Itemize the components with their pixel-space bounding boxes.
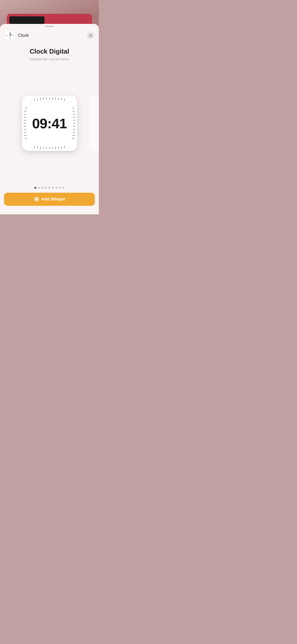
plus-svg [35,197,38,201]
dot-3 [41,187,43,189]
dot-7 [56,187,57,189]
clock-time-display: 09:41 [32,115,67,132]
widget-sheet: 12 3 6 9 Clock Clock D [0,24,99,214]
add-widget-button[interactable]: Add Widget [4,193,95,206]
app-icon: 12 3 6 9 [5,30,16,41]
dot-6 [52,187,54,189]
svg-text:6: 6 [10,38,10,39]
widget-preview-area: 09:41 [0,63,99,183]
homescreen-notch [9,16,45,24]
widget-card: 09:41 [22,96,77,151]
dot-9 [63,187,64,189]
page-dots [0,183,99,193]
dot-1 [34,187,36,189]
sheet-header: 12 3 6 9 Clock [0,27,99,43]
add-widget-label: Add Widget [41,197,65,202]
svg-point-13 [10,35,11,36]
svg-text:12: 12 [10,32,11,33]
widget-subtitle: Display the current time. [5,57,94,61]
close-button[interactable] [87,32,94,39]
dot-5 [49,187,50,189]
widget-title-section: Clock Digital Display the current time. [0,43,99,63]
widget-title: Clock Digital [5,48,94,55]
svg-text:9: 9 [7,35,7,36]
dot-8 [59,187,61,189]
app-info: 12 3 6 9 Clock [5,30,29,41]
dot-2 [38,187,40,189]
app-name-label: Clock [18,33,29,38]
clock-app-icon-svg: 12 3 6 9 [5,31,15,40]
close-icon [89,34,92,37]
dot-4 [45,187,47,189]
right-peek-card [89,96,99,151]
svg-text:3: 3 [13,35,13,36]
add-widget-plus-icon [34,196,39,202]
